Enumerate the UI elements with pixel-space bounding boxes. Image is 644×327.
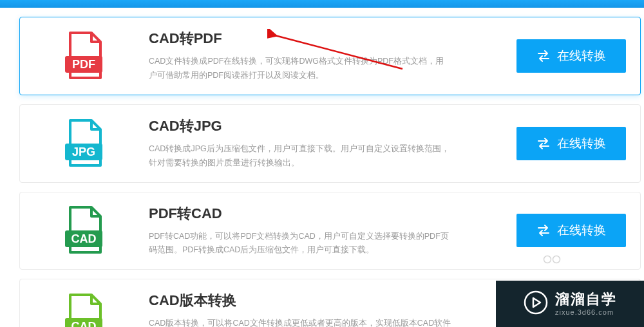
card-content: CAD版本转换 CAD版本转换，可以将CAD文件转换成更低或者更高的版本，实现低… xyxy=(120,291,516,327)
svg-point-9 xyxy=(544,256,551,263)
online-convert-button[interactable]: 在线转换 xyxy=(516,127,626,160)
swap-icon xyxy=(536,138,551,149)
cad-file-icon: CAD xyxy=(55,205,113,256)
brand-name-en: zixue.3d66.com xyxy=(555,309,617,316)
button-label: 在线转换 xyxy=(557,222,606,239)
svg-point-10 xyxy=(553,256,560,263)
card-desc: CAD版本转换，可以将CAD文件转换成更低或者更高的版本，实现低版本CAD软件打… xyxy=(149,317,451,327)
cad-file-icon: CAD xyxy=(55,292,113,327)
button-label: 在线转换 xyxy=(557,48,606,64)
conversion-card-jpg-1[interactable]: JPG CAD转JPG CAD转换成JPG后为压缩包文件，用户可直接下载。用户可… xyxy=(19,104,641,183)
top-bar xyxy=(0,0,644,8)
card-desc: CAD文件转换成PDF在线转换，可实现将DWG格式文件转换为PDF格式文档，用户… xyxy=(149,55,451,83)
card-content: PDF转CAD PDF转CAD功能，可以将PDF文档转换为CAD，用户可自定义选… xyxy=(120,204,516,258)
brand-name-cn: 溜溜自学 xyxy=(555,292,617,306)
card-content: CAD转JPG CAD转换成JPG后为压缩包文件，用户可直接下载。用户可自定义设… xyxy=(120,117,516,171)
card-title: CAD转PDF xyxy=(149,29,497,48)
svg-text:CAD: CAD xyxy=(71,232,97,245)
svg-point-11 xyxy=(525,292,547,313)
svg-text:JPG: JPG xyxy=(72,145,95,158)
online-convert-button[interactable]: 在线转换 xyxy=(516,214,626,247)
svg-text:CAD: CAD xyxy=(71,320,97,327)
brand-watermark: 溜溜自学 zixue.3d66.com xyxy=(496,281,644,327)
swap-icon xyxy=(536,50,551,62)
scroll-hint-icon xyxy=(542,255,562,264)
card-title: CAD转JPG xyxy=(149,117,497,136)
card-title: PDF转CAD xyxy=(149,204,497,223)
svg-text:PDF: PDF xyxy=(72,58,95,71)
card-title: CAD版本转换 xyxy=(149,291,497,310)
card-desc: PDF转CAD功能，可以将PDF文档转换为CAD，用户可自定义选择要转换的PDF… xyxy=(149,230,451,258)
swap-icon xyxy=(536,225,551,236)
pdf-file-icon: PDF xyxy=(55,30,113,82)
brand-logo-icon xyxy=(523,290,549,318)
jpg-file-icon: JPG xyxy=(55,118,113,169)
button-label: 在线转换 xyxy=(557,135,606,152)
conversion-card-pdf-0[interactable]: PDF CAD转PDF CAD文件转换成PDF在线转换，可实现将DWG格式文件转… xyxy=(19,17,641,95)
card-desc: CAD转换成JPG后为压缩包文件，用户可直接下载。用户可自定义设置转换范围，针对… xyxy=(149,142,451,171)
card-content: CAD转PDF CAD文件转换成PDF在线转换，可实现将DWG格式文件转换为PD… xyxy=(120,29,516,83)
online-convert-button[interactable]: 在线转换 xyxy=(516,39,626,73)
